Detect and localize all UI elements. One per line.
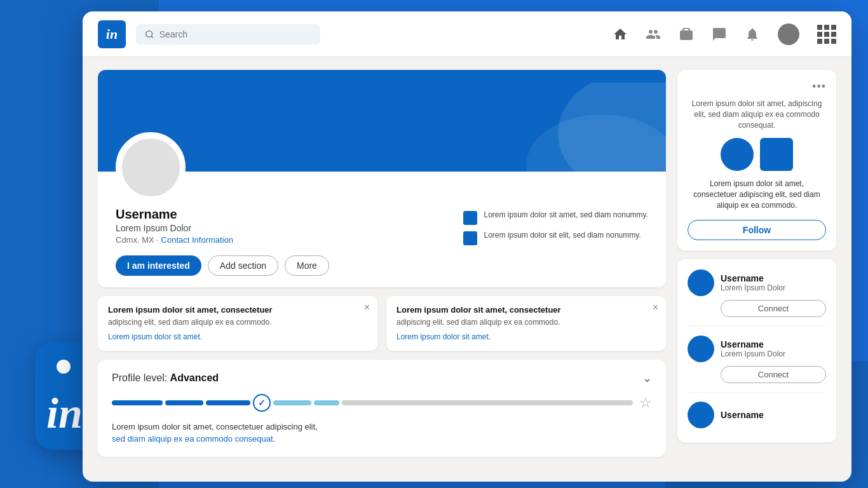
person-name-1: Username (721, 273, 785, 283)
profile-text: Username Lorem Ipsum Dolor Cdmx. MX · Co… (116, 202, 233, 245)
connect-button-1[interactable]: Connect (721, 300, 826, 317)
right-sidebar: ••• Lorem ipsum dolor sit amet, adipisci… (677, 70, 836, 469)
person-row-3: Username (688, 402, 826, 428)
meta-square-icon-1 (463, 211, 477, 225)
follow-button[interactable]: Follow (688, 220, 826, 240)
logo-text: in (46, 388, 83, 438)
profile-meta: Lorem ipsum dolor sit amet, sed diam non… (463, 210, 648, 245)
logo-in-text: in (106, 26, 118, 43)
person-avatar-3 (688, 402, 714, 428)
level-desc-text: Lorem ipsum dolor sit amet, consectetuer… (112, 422, 318, 431)
star-icon[interactable]: ☆ (639, 395, 652, 411)
person-avatar-1 (688, 269, 714, 296)
notif-close-2[interactable]: × (653, 302, 658, 313)
person-name-2: Username (721, 339, 785, 349)
i-am-interested-button[interactable]: I am interested (116, 255, 201, 276)
notif-link-2[interactable]: Lorem ipsum dolor sit amet. (397, 332, 491, 341)
logo-dot (57, 360, 71, 374)
grid-dot (824, 39, 829, 44)
linkedin-logo[interactable]: in (98, 20, 126, 48)
notif-title-1: Lorem ipsum dolor sit amet, consectetuer (108, 305, 367, 315)
person-divider-2 (688, 392, 826, 393)
promo-menu: ••• (688, 80, 826, 93)
navbar: in (83, 11, 851, 57)
grid-dot (824, 25, 829, 30)
person-row-2: Username Lorem Ipsum Dolor (688, 336, 826, 362)
person-divider-1 (688, 326, 826, 327)
connect-button-2[interactable]: Connect (721, 366, 826, 383)
location-separator: · (156, 235, 161, 245)
progress-seg-5 (314, 400, 339, 405)
promo-body: Lorem ipsum dolor sit amet, consectetuer… (688, 179, 826, 210)
notif-title-2: Lorem ipsum dolor sit amet, consectetuer (397, 305, 656, 315)
grid-dot (831, 25, 836, 30)
level-header: Profile level: Advanced ⌄ (112, 371, 652, 385)
person-item-2: Username Lorem Ipsum Dolor Connect (688, 336, 826, 383)
notification-cards-row: × Lorem ipsum dolor sit amet, consectetu… (98, 296, 666, 351)
notif-link-1[interactable]: Lorem ipsum dolor sit amet. (108, 332, 202, 341)
location-text: Cdmx. MX (116, 235, 154, 245)
progress-seg-4 (273, 400, 311, 405)
meta-item-1: Lorem ipsum dolor sit amet, sed diam non… (463, 210, 648, 225)
profile-title: Lorem Ipsum Dolor (116, 223, 233, 233)
grid-dot (831, 39, 836, 44)
promo-description: Lorem ipsum dolor sit amet, adipiscing e… (688, 98, 826, 130)
svg-point-0 (146, 30, 153, 37)
avatar (778, 24, 799, 45)
grid-dot (817, 32, 822, 37)
people-icon (646, 27, 661, 42)
person-row-1: Username Lorem Ipsum Dolor (688, 269, 826, 296)
meta-text-2: Lorem ipsum dolor sit elit, sed diam non… (484, 230, 641, 241)
progress-seg-1 (112, 400, 163, 405)
progress-bar-wrap: ✓ ☆ (112, 394, 652, 412)
apps-nav-icon[interactable] (817, 25, 836, 44)
profile-name: Username (116, 207, 233, 222)
profile-avatar (116, 132, 186, 202)
meta-text-1: Lorem ipsum dolor sit amet, sed diam non… (484, 210, 648, 220)
level-desc-link[interactable]: sed diam aliquip ex ea commodo consequat… (112, 434, 275, 444)
meta-square-icon-2 (463, 231, 477, 245)
person-name-3: Username (721, 410, 764, 420)
progress-check: ✓ (253, 394, 271, 412)
message-icon (712, 27, 727, 42)
home-icon (613, 27, 628, 42)
profile-nav-icon[interactable] (778, 24, 799, 45)
promo-images (688, 138, 826, 171)
three-dots-menu[interactable]: ••• (812, 80, 826, 93)
notifications-nav-icon[interactable] (745, 27, 760, 42)
more-button[interactable]: More (285, 255, 329, 276)
progress-seg-2 (165, 400, 203, 405)
profile-actions: I am interested Add section More (98, 255, 666, 287)
grid-dot (817, 25, 822, 30)
home-nav-icon[interactable] (613, 27, 628, 42)
collapse-icon[interactable]: ⌄ (642, 371, 652, 385)
profile-section: Username Lorem Ipsum Dolor Cdmx. MX · Co… (98, 70, 666, 469)
notif-close-1[interactable]: × (364, 302, 370, 313)
person-item-3: Username (688, 402, 826, 432)
browser-window: in (83, 11, 851, 482)
progress-segments: ✓ (112, 394, 633, 412)
grid-icon (817, 25, 836, 44)
promo-card: ••• Lorem ipsum dolor sit amet, adipisci… (677, 70, 836, 250)
person-item-1: Username Lorem Ipsum Dolor Connect (688, 269, 826, 317)
add-section-button[interactable]: Add section (208, 255, 278, 276)
profile-avatar-inner (121, 137, 181, 198)
level-title: Profile level: Advanced (112, 372, 219, 384)
bell-icon (745, 27, 760, 42)
search-bar[interactable] (136, 24, 320, 44)
notification-card-2: × Lorem ipsum dolor sit amet, consectetu… (386, 296, 666, 351)
person-info-2: Username Lorem Ipsum Dolor (721, 339, 785, 358)
contact-info-link[interactable]: Contact Information (161, 235, 233, 245)
grid-dot (824, 32, 829, 37)
search-input[interactable] (159, 29, 311, 39)
profile-info-row: Username Lorem Ipsum Dolor Cdmx. MX · Co… (98, 202, 666, 255)
people-nav-icon[interactable] (646, 27, 661, 42)
profile-location: Cdmx. MX · Contact Information (116, 235, 233, 245)
person-title-2: Lorem Ipsum Dolor (721, 349, 785, 358)
promo-avatar (721, 138, 754, 171)
messages-nav-icon[interactable] (712, 27, 727, 42)
grid-dot (817, 39, 822, 44)
svg-line-1 (151, 36, 153, 37)
grid-dot (831, 32, 836, 37)
jobs-nav-icon[interactable] (679, 27, 694, 42)
